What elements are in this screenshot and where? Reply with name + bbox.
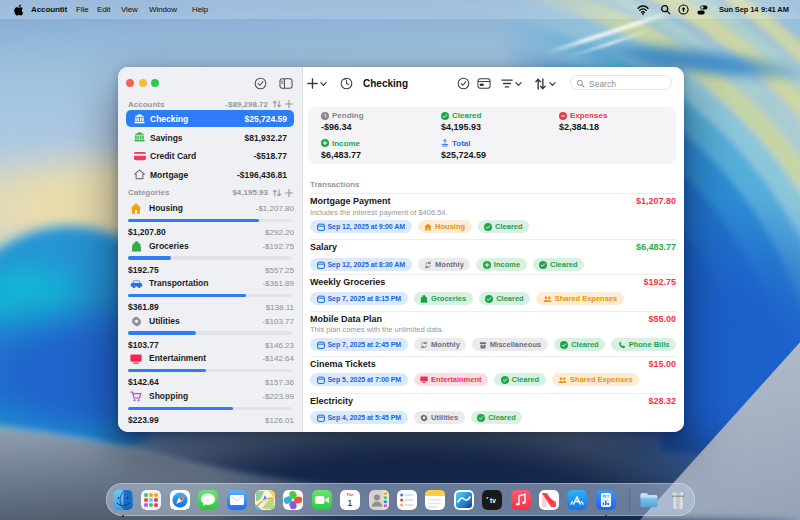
svg-text:1: 1 (348, 497, 353, 508)
svg-text:tv: tv (490, 497, 496, 504)
